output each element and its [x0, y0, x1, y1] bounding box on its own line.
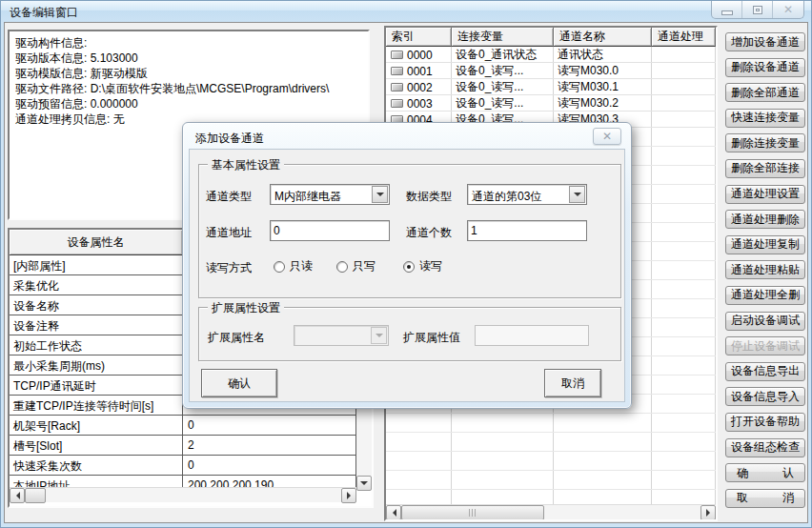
ext-name-label: 扩展属性名: [208, 330, 265, 346]
action-button[interactable]: 取 消: [725, 489, 805, 508]
channel-row-empty[interactable]: [386, 471, 716, 490]
action-button[interactable]: 设备信息导出: [725, 362, 805, 381]
dropdown-button[interactable]: [569, 186, 585, 203]
rw-option[interactable]: 只读: [274, 258, 313, 274]
channel-row[interactable]: 0002设备0_读写...读写M030.1: [386, 79, 716, 95]
action-button[interactable]: 删除全部通道: [725, 83, 805, 102]
empty-cell: [452, 414, 554, 432]
property-row[interactable]: 槽号[Slot]2: [10, 436, 356, 456]
action-button[interactable]: 打开设备帮助: [725, 413, 805, 432]
driver-info-text: 驱动构件信息:驱动版本信息: 5.103000驱动模版信息: 新驱动模版驱动文件…: [10, 31, 368, 131]
action-button[interactable]: 启动设备调试: [725, 312, 805, 331]
hscroll-thumb[interactable]: [401, 505, 544, 520]
property-name-header: 设备属性名: [10, 230, 183, 255]
action-button[interactable]: 通道处理粘贴: [725, 260, 805, 279]
confirm-button[interactable]: 确认: [201, 369, 277, 397]
empty-cell: [652, 376, 716, 394]
dropdown-button[interactable]: [372, 186, 388, 203]
channel-row-empty[interactable]: [386, 414, 716, 433]
channel-index-cell: 0000: [386, 47, 452, 62]
action-button-column: 增加设备通道删除设备通道删除全部通道快速连接变量删除连接变量删除全部连接通道处理…: [725, 32, 805, 508]
property-name-cell: 机架号[Rack]: [10, 416, 183, 435]
channel-count-input[interactable]: [467, 220, 587, 241]
empty-cell: [652, 128, 716, 146]
scroll-right-button[interactable]: [700, 505, 716, 520]
thumb-grip: [469, 509, 477, 517]
property-value-cell: 0: [183, 416, 356, 435]
channel-row[interactable]: 0000设备0_通讯状态通讯状态: [386, 47, 716, 63]
dialog-close-button[interactable]: ✕: [593, 128, 621, 145]
action-button: 停止设备调试: [725, 336, 805, 355]
channel-variable-cell: 设备0_读写...: [452, 79, 554, 94]
driver-info-line: 驱动构件信息:: [15, 35, 362, 51]
property-hscrollbar[interactable]: [10, 487, 356, 502]
channel-column-header[interactable]: 通道名称: [554, 28, 652, 47]
rw-option[interactable]: 读写: [403, 258, 442, 274]
property-row[interactable]: 机架号[Rack]0: [10, 416, 356, 436]
property-name-cell: 初始工作状态: [10, 335, 183, 355]
close-button[interactable]: ✕: [773, 1, 803, 18]
channel-column-header[interactable]: 连接变量: [452, 28, 554, 47]
minimize-icon: [721, 10, 733, 15]
scroll-right-button[interactable]: [341, 488, 356, 503]
empty-cell: [554, 471, 652, 489]
chevron-down-icon: [376, 334, 383, 341]
channel-column-header[interactable]: 通道处理: [652, 28, 716, 47]
minimize-button[interactable]: [712, 1, 742, 18]
scroll-down-button[interactable]: [356, 476, 372, 491]
action-button[interactable]: 设备信息导入: [725, 387, 805, 406]
property-name-cell: 设备注释: [10, 315, 183, 335]
driver-info-line: 驱动模版信息: 新驱动模版: [15, 66, 362, 81]
channel-row-empty[interactable]: [386, 490, 716, 504]
data-type-value: 通道的第03位: [472, 189, 541, 205]
action-button[interactable]: 通道处理全删: [725, 286, 805, 305]
data-type-combobox[interactable]: 通道的第03位: [467, 184, 587, 205]
chip-icon: [391, 99, 403, 108]
close-icon: ✕: [602, 130, 612, 143]
action-button[interactable]: 确 认: [725, 463, 805, 482]
action-button[interactable]: 删除设备通道: [725, 58, 805, 77]
chevron-down-icon: [574, 193, 581, 200]
radio-icon: [274, 261, 285, 273]
hscroll-thumb[interactable]: [25, 488, 46, 503]
action-button[interactable]: 设备组态检查: [725, 438, 805, 457]
channel-address-input[interactable]: [270, 220, 390, 241]
channel-variable-cell: 设备0_通讯状态: [452, 47, 554, 62]
property-name-cell: 最小采集周期(ms): [10, 355, 183, 375]
cancel-button[interactable]: 取消: [544, 369, 601, 397]
action-button[interactable]: 增加设备通道: [725, 32, 805, 51]
channel-row-empty[interactable]: [386, 433, 716, 452]
channel-hscrollbar[interactable]: [386, 504, 716, 519]
action-button[interactable]: 删除全部连接: [725, 159, 805, 178]
empty-cell: [554, 414, 652, 432]
empty-cell: [652, 471, 716, 489]
channel-variable-cell: 设备0_读写...: [452, 95, 554, 111]
dropdown-button: [371, 327, 387, 344]
channel-row[interactable]: 0001设备0_读写...读写M030.0: [386, 63, 716, 79]
rw-option[interactable]: 只写: [336, 258, 376, 274]
action-button[interactable]: 通道处理复制: [725, 235, 805, 254]
titlebar[interactable]: 设备编辑窗口 ✕: [1, 1, 811, 22]
scroll-left-button[interactable]: [10, 488, 25, 503]
radio-icon: [403, 261, 415, 273]
action-button[interactable]: 通道处理删除: [725, 210, 805, 229]
channel-type-combobox[interactable]: M内部继电器: [270, 184, 390, 205]
action-button[interactable]: 通道处理设置: [725, 185, 805, 204]
chip-icon: [391, 51, 403, 59]
action-button[interactable]: 快速连接变量: [725, 109, 805, 128]
driver-info-line: 驱动预留信息: 0.000000: [15, 96, 362, 112]
channel-table-header: 索引连接变量通道名称通道处理: [386, 28, 716, 47]
channel-row[interactable]: 0003设备0_读写...读写M030.2: [386, 95, 716, 112]
channel-column-header[interactable]: 索引: [386, 28, 452, 47]
channel-process-cell: [652, 79, 716, 94]
scroll-left-button[interactable]: [386, 505, 401, 520]
channel-row-empty[interactable]: [386, 452, 716, 471]
channel-address-label: 通道地址: [206, 225, 252, 241]
empty-cell: [452, 433, 554, 451]
empty-cell: [386, 433, 452, 451]
driver-info-line: 驱动文件路径: D:\桌面软件安装地点\MCGSE\Program\driver…: [15, 81, 362, 96]
action-button[interactable]: 删除连接变量: [725, 133, 805, 152]
empty-cell: [554, 433, 652, 451]
restore-button[interactable]: [742, 1, 773, 18]
property-row[interactable]: 快速采集次数0: [10, 456, 356, 476]
